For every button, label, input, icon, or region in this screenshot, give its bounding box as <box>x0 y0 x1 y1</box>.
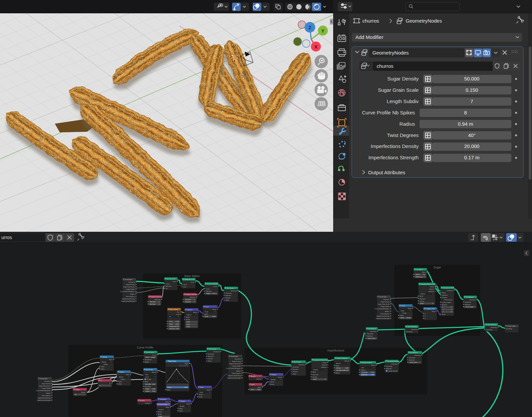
svg-text:Instance on Points: Instance on Points <box>443 287 455 289</box>
svg-text:Divide: Divide <box>401 310 405 312</box>
svg-text:0°: 0° <box>451 309 452 310</box>
svg-text:Curve: Curve <box>166 283 170 285</box>
svg-text:Random: Random <box>313 369 319 370</box>
svg-text:Curve Profile Nb Spikes: Curve Profile Nb Spikes <box>120 291 135 292</box>
svg-text:40°: 40° <box>468 132 476 138</box>
svg-text:Curve: Curve <box>191 281 195 283</box>
svg-text:Resolution: Resolution <box>145 359 152 360</box>
svg-text:Join Geometry: Join Geometry <box>408 326 417 328</box>
svg-text:churro_mate: churro_mate <box>368 338 375 339</box>
svg-text:Group Output: Group Output <box>507 325 516 327</box>
svg-text:Radius: Radius <box>151 356 155 358</box>
svg-text:Subtract: Subtract <box>187 309 193 311</box>
svg-text:From Max: From Max <box>145 386 151 387</box>
svg-text:Subtract: Subtract <box>187 314 192 316</box>
svg-text:Subdivide Curve: Subdivide Curve <box>185 279 195 280</box>
svg-text:Multiply: Multiply <box>271 379 276 380</box>
svg-text:Value: Value <box>109 359 113 360</box>
svg-text:Geometry: Geometry <box>506 328 512 330</box>
svg-text:Selection: Selection <box>293 368 299 370</box>
svg-text:Length Subdiv: Length Subdiv <box>42 387 51 389</box>
svg-text:Seed: Seed <box>420 303 423 304</box>
svg-text:Twist Degrees: Twist Degrees <box>126 296 135 297</box>
svg-text:Selection: Selection <box>208 355 214 357</box>
svg-text:Volume: Volume <box>344 360 349 362</box>
svg-text:ImperfectionsStrength: ImperfectionsStrength <box>37 399 51 401</box>
svg-text:Normal: Normal <box>257 378 261 380</box>
svg-text:Interpolate: Interpolate <box>160 398 167 400</box>
svg-text:Pick Instance: Pick Instance <box>444 299 453 301</box>
svg-text:Position: Position <box>225 297 231 299</box>
svg-text:Volume: Volume <box>361 369 366 371</box>
svg-text:Value: Value <box>118 381 122 382</box>
svg-text:Value: Value <box>179 408 183 409</box>
svg-text:GeometryNodes: GeometryNodes <box>372 50 409 56</box>
svg-text:Selection: Selection <box>155 299 161 300</box>
svg-text:Vector: Vector <box>193 312 197 313</box>
svg-text:Integer: Integer <box>81 391 86 393</box>
svg-text:Vector: Vector <box>212 309 216 310</box>
svg-text:Instance: Instance <box>442 297 448 298</box>
svg-text:Group Input: Group Input <box>125 279 133 280</box>
svg-text:Points: Points <box>442 292 446 294</box>
svg-text:Sugar Grain Scale: Sugar Grain Scale <box>229 363 241 364</box>
svg-text:churro_mate: churro_mate <box>410 361 417 363</box>
svg-text:Adaptivity: Adaptivity <box>361 374 367 375</box>
svg-text:Clamp: Clamp <box>121 378 125 380</box>
svg-text:Sugar Grain Scale: Sugar Grain Scale <box>123 286 135 288</box>
svg-text:Set Curve Tilt: Set Curve Tilt <box>167 278 176 280</box>
svg-text:Selection: Selection <box>313 374 319 375</box>
svg-text:Result: Result <box>152 371 156 373</box>
svg-text:Y: Y <box>321 28 325 34</box>
svg-text:Scale: Scale <box>200 386 204 388</box>
svg-text:Sugar Density: Sugar Density <box>387 76 419 81</box>
svg-text:Geometry: Geometry <box>208 353 214 355</box>
svg-text:Geometry: Geometry <box>465 301 471 303</box>
svg-text:X: X <box>425 313 426 315</box>
svg-text:Vector: Vector <box>278 376 282 378</box>
svg-text:Value: Value <box>400 315 404 316</box>
svg-text:Value: Value <box>408 308 412 309</box>
svg-text:1 m: 1 m <box>423 274 425 275</box>
svg-text:Imperfections: Imperfections <box>327 349 344 352</box>
svg-text:Float Curve: Float Curve <box>168 360 176 362</box>
svg-text:To Max: To Max <box>145 390 150 392</box>
svg-text:Geometry: Geometry <box>225 292 232 294</box>
svg-text:Map Range: Map Range <box>146 369 153 370</box>
svg-text:Curve: Curve <box>206 288 210 290</box>
svg-text:Geometry: Geometry <box>213 351 220 352</box>
svg-text:Add Modifier: Add Modifier <box>355 34 383 40</box>
svg-text:Instances: Instances <box>447 290 453 291</box>
svg-text:Vector: Vector <box>158 413 162 415</box>
svg-text:Vector: Vector <box>204 313 208 315</box>
svg-text:Subdivisions: Subdivisions <box>416 276 423 278</box>
svg-text:Set Curve Radius: Set Curve Radius <box>207 283 218 285</box>
svg-text:Sugar Density: Sugar Density <box>126 284 135 285</box>
svg-text:Geometry: Geometry <box>391 363 398 365</box>
svg-text:Selection: Selection <box>206 290 212 292</box>
svg-text:Selection: Selection <box>442 294 448 296</box>
svg-text:Selection: Selection <box>367 335 373 337</box>
svg-text:Sugar Grain Scale: Sugar Grain Scale <box>378 303 390 305</box>
svg-text:Combine XYZ: Combine XYZ <box>426 308 435 310</box>
svg-text:0.500: 0.500 <box>187 326 190 328</box>
svg-text:Sugar Grain Scale: Sugar Grain Scale <box>39 385 51 387</box>
svg-text:Z: Z <box>425 318 426 319</box>
svg-text:ImperfectionsDensity: ImperfectionsDensity <box>122 298 135 300</box>
svg-text:ImperfectionsDensity: ImperfectionsDensity <box>38 397 51 399</box>
svg-text:Twist Degrees: Twist Degrees <box>380 313 389 315</box>
svg-text:Seed: Seed <box>313 378 316 380</box>
svg-text:Selection: Selection <box>386 368 392 369</box>
svg-text:Geometry: Geometry <box>129 281 135 283</box>
svg-text:Twist Degrees: Twist Degrees <box>387 132 419 138</box>
svg-text:Group Input: Group Input <box>231 355 238 357</box>
svg-text:Length Subdiv: Length Subdiv <box>380 306 390 307</box>
svg-text:Scale: Scale <box>200 391 203 393</box>
svg-text:16: 16 <box>75 394 76 395</box>
svg-text:Geometry: Geometry <box>299 364 305 365</box>
svg-text:Radius: Radius <box>385 311 389 312</box>
svg-text:Selection: Selection <box>225 295 231 296</box>
svg-text:Geometry: Geometry <box>409 357 415 358</box>
svg-text:Linear: Linear <box>145 376 149 378</box>
svg-text:Curve Profile: Curve Profile <box>159 404 168 405</box>
